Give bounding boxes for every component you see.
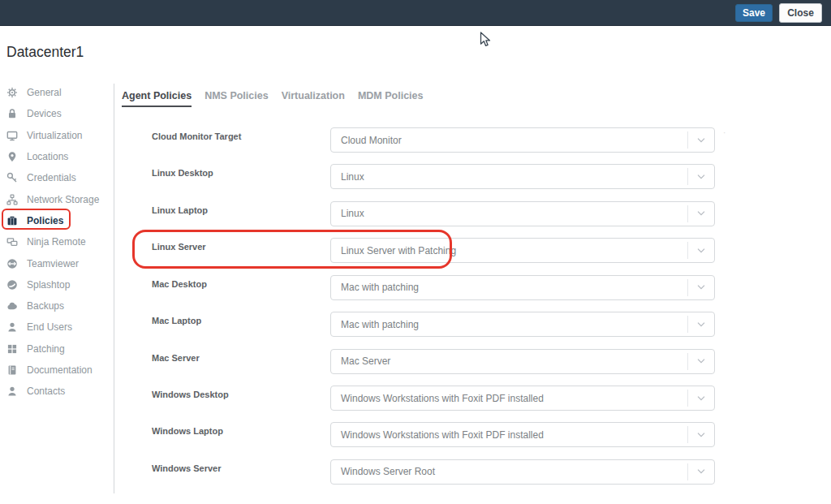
cloud-icon	[6, 300, 18, 312]
gear-icon	[6, 87, 18, 98]
dropdown-selected-value: Mac with patching	[331, 276, 687, 299]
policy-row-label: Linux Laptop	[122, 201, 330, 215]
policy-row-label: Mac Desktop	[122, 275, 330, 289]
sidebar-item-label: Credentials	[27, 172, 76, 183]
sidebar-item-label: General	[27, 87, 62, 98]
policy-dropdown-linux-desktop[interactable]: Linux	[330, 164, 715, 189]
sidebar-item-label: Devices	[27, 108, 62, 119]
sidebar-item-policies[interactable]: Policies	[0, 210, 113, 231]
dropdown-selected-value: Windows Workstations with Foxit PDF inst…	[331, 423, 687, 446]
sidebar-item-label: Virtualization	[27, 130, 82, 141]
briefcase-icon	[6, 215, 18, 226]
sidebar-item-splashtop[interactable]: Splashtop	[0, 274, 113, 295]
sidebar-item-label: Splashtop	[27, 279, 70, 291]
chevron-down-icon[interactable]	[687, 426, 714, 443]
sidebar-item-patching[interactable]: Patching	[0, 338, 113, 360]
policy-row-label: Linux Desktop	[122, 164, 330, 178]
dropdown-selected-value: Mac with patching	[331, 312, 687, 336]
sidebar-item-virtualization[interactable]: Virtualization	[0, 125, 113, 146]
sidebar-item-label: Contacts	[27, 386, 65, 397]
policy-row-windows-laptop: Windows LaptopWindows Workstations with …	[122, 422, 715, 447]
sidebar-item-label: Network Storage	[27, 194, 99, 205]
policy-row-label: Mac Server	[122, 349, 330, 363]
chevron-down-icon[interactable]	[687, 463, 714, 480]
policy-dropdown-windows-server[interactable]: Windows Server Root	[330, 459, 715, 485]
sidebar-item-ninja-remote[interactable]: Ninja Remote	[0, 231, 113, 252]
policy-row-mac-server: Mac ServerMac Server	[122, 349, 715, 374]
sidebar-item-general[interactable]: General	[0, 82, 113, 103]
sidebar-item-backups[interactable]: Backups	[0, 295, 113, 317]
tab-virtualization[interactable]: Virtualization	[282, 90, 345, 107]
policy-dropdown-mac-desktop[interactable]: Mac with patching	[330, 275, 715, 300]
windows-icon	[6, 343, 18, 355]
policy-row-linux-server: Linux ServerLinux Server with Patching	[122, 238, 715, 263]
sidebar-nav: GeneralDevicesVirtualizationLocationsCre…	[0, 82, 113, 402]
policy-dropdown-windows-laptop[interactable]: Windows Workstations with Foxit PDF inst…	[330, 422, 715, 447]
dropdown-selected-value: Linux	[331, 165, 687, 188]
policy-dropdown-mac-server[interactable]: Mac Server	[330, 349, 715, 374]
tab-mdm-policies[interactable]: MDM Policies	[358, 90, 424, 107]
policy-row-label: Mac Laptop	[122, 312, 330, 325]
user-icon	[6, 321, 18, 333]
policy-row-label: Windows Server	[122, 459, 330, 473]
location-pin-icon	[6, 151, 18, 162]
sidebar-divider	[114, 84, 114, 493]
dropdown-selected-value: Cloud Monitor	[331, 128, 687, 152]
policy-row-cloud-monitor-target: Cloud Monitor TargetCloud Monitor	[122, 127, 715, 153]
dropdown-selected-value: Windows Server Root	[331, 460, 687, 484]
policy-row-mac-desktop: Mac DesktopMac with patching	[122, 275, 715, 300]
close-button[interactable]: Close	[779, 3, 822, 23]
top-action-bar: Save Close	[0, 0, 831, 26]
sidebar-item-network-storage[interactable]: Network Storage	[0, 188, 113, 209]
chevron-down-icon[interactable]	[687, 390, 714, 407]
sidebar-item-credentials[interactable]: Credentials	[0, 167, 113, 188]
splashtop-icon	[6, 279, 18, 291]
mouse-cursor-icon	[480, 32, 493, 53]
sidebar-item-label: Policies	[27, 215, 63, 226]
sidebar-item-contacts[interactable]: Contacts	[0, 381, 113, 402]
tab-agent-policies[interactable]: Agent Policies	[122, 90, 192, 107]
sidebar-item-label: Documentation	[27, 364, 93, 376]
key-icon	[6, 172, 18, 183]
monitor-icon	[6, 130, 18, 141]
chevron-down-icon[interactable]	[687, 279, 714, 296]
policy-row-windows-server: Windows ServerWindows Server Root	[122, 459, 715, 485]
dropdown-selected-value: Linux	[331, 202, 687, 226]
tab-nms-policies[interactable]: NMS Policies	[205, 90, 269, 107]
policy-dropdown-cloud-monitor-target[interactable]: Cloud Monitor	[330, 127, 715, 153]
network-icon	[6, 194, 18, 205]
policy-row-mac-laptop: Mac LaptopMac with patching	[122, 312, 715, 337]
chevron-down-icon[interactable]	[687, 205, 714, 222]
sidebar-item-teamviewer[interactable]: Teamviewer	[0, 252, 113, 274]
sidebar-item-locations[interactable]: Locations	[0, 146, 113, 167]
org-editor-window: Save Close Datacenter1 GeneralDevicesVir…	[0, 0, 831, 504]
artifact-mark: ·	[723, 128, 726, 137]
sidebar-item-devices[interactable]: Devices	[0, 103, 113, 124]
policy-dropdown-linux-server[interactable]: Linux Server with Patching	[330, 238, 715, 263]
sidebar-item-label: Backups	[27, 300, 64, 312]
save-button[interactable]: Save	[735, 4, 773, 22]
sidebar-item-documentation[interactable]: Documentation	[0, 360, 113, 381]
book-icon	[6, 364, 18, 376]
lock-icon	[6, 108, 18, 119]
chevron-down-icon[interactable]	[687, 316, 714, 333]
policy-dropdown-mac-laptop[interactable]: Mac with patching	[330, 312, 715, 337]
sidebar-item-label: Ninja Remote	[27, 236, 86, 248]
sidebar-item-end-users[interactable]: End Users	[0, 317, 113, 338]
policy-row-linux-desktop: Linux DesktopLinux	[122, 164, 715, 189]
chevron-down-icon[interactable]	[687, 242, 714, 259]
chevron-down-icon[interactable]	[687, 353, 714, 370]
chevron-down-icon[interactable]	[687, 168, 714, 185]
policy-row-label: Windows Desktop	[122, 386, 330, 399]
policy-row-label: Linux Server	[122, 238, 330, 252]
dropdown-selected-value: Windows Workstations with Foxit PDF inst…	[331, 386, 687, 410]
policy-dropdown-linux-laptop[interactable]: Linux	[330, 201, 715, 226]
chevron-down-icon[interactable]	[687, 131, 714, 149]
page-title: Datacenter1	[6, 44, 84, 61]
sidebar-item-label: Locations	[27, 151, 68, 162]
screens-icon	[6, 236, 18, 248]
policy-dropdown-windows-desktop[interactable]: Windows Workstations with Foxit PDF inst…	[330, 386, 715, 411]
policy-row-windows-desktop: Windows DesktopWindows Workstations with…	[122, 386, 715, 411]
sidebar-item-label: End Users	[27, 321, 72, 333]
dropdown-selected-value: Mac Server	[331, 350, 687, 373]
